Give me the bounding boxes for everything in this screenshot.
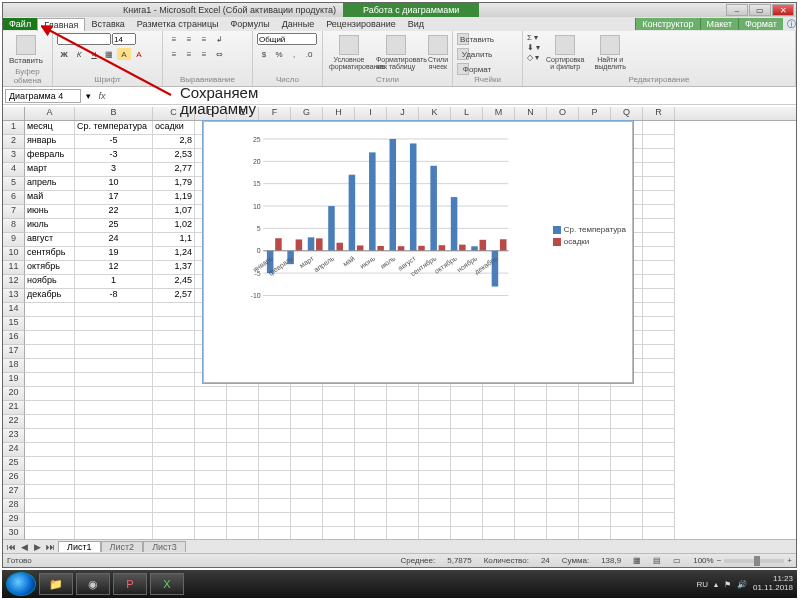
cell[interactable] [227,471,259,485]
cell[interactable] [579,401,611,415]
row-header[interactable]: 29 [3,513,25,527]
row-header[interactable]: 15 [3,317,25,331]
cell[interactable] [515,513,547,527]
cell[interactable] [195,429,227,443]
cell[interactable] [323,429,355,443]
cell[interactable] [387,401,419,415]
cell[interactable] [291,499,323,513]
cell[interactable] [419,513,451,527]
cell[interactable] [227,499,259,513]
cell[interactable] [387,443,419,457]
cell[interactable] [75,513,153,527]
cell[interactable] [153,387,195,401]
cell[interactable] [483,471,515,485]
column-headers[interactable]: ABCDEFGHIJKLMNOPQR [3,107,796,121]
cell[interactable] [323,457,355,471]
sheet-nav-next[interactable]: ▶ [31,542,43,552]
cell[interactable] [419,457,451,471]
cell[interactable] [355,457,387,471]
cell[interactable] [153,429,195,443]
cell[interactable] [291,513,323,527]
cell[interactable]: февраль [25,149,75,163]
align-left-button[interactable]: ≡ [167,48,181,60]
cell[interactable]: 2,45 [153,275,195,289]
align-bot-button[interactable]: ≡ [197,33,211,45]
cell[interactable] [259,499,291,513]
cell[interactable] [75,345,153,359]
tab-view[interactable]: Вид [402,18,430,30]
cell[interactable] [451,415,483,429]
cell[interactable] [153,401,195,415]
cell[interactable] [643,219,675,233]
cell[interactable] [643,317,675,331]
cell[interactable] [451,401,483,415]
sheet-tab-3[interactable]: Лист3 [143,541,186,552]
cell[interactable] [611,387,643,401]
cell[interactable] [611,443,643,457]
cell[interactable] [25,401,75,415]
cell[interactable] [25,513,75,527]
merge-button[interactable]: ⇔ [212,48,226,60]
format-cells-button[interactable]: Формат [470,63,484,75]
border-button[interactable]: ▦ [102,48,116,60]
cell[interactable] [323,443,355,457]
cell[interactable]: 10 [75,177,153,191]
taskbar-powerpoint[interactable]: P [113,573,147,595]
zoom-out-button[interactable]: − [717,556,722,565]
cell[interactable] [291,415,323,429]
cell[interactable] [25,359,75,373]
view-break-button[interactable]: ▭ [673,556,681,565]
cell[interactable] [355,485,387,499]
cell[interactable]: осадки [153,121,195,135]
tab-formulas[interactable]: Формулы [225,18,276,30]
cell[interactable] [643,457,675,471]
cell[interactable] [579,485,611,499]
cell[interactable] [547,499,579,513]
cell[interactable]: 25 [75,219,153,233]
cell[interactable] [419,387,451,401]
cell[interactable] [483,527,515,539]
cell[interactable] [75,471,153,485]
cell[interactable] [547,513,579,527]
row-header[interactable]: 30 [3,527,25,539]
cell[interactable] [419,527,451,539]
cell[interactable] [547,387,579,401]
cell[interactable] [355,527,387,539]
cell[interactable] [515,415,547,429]
row-header[interactable]: 27 [3,485,25,499]
cell[interactable] [355,415,387,429]
tab-file[interactable]: Файл [3,18,37,30]
col-header-R[interactable]: R [643,107,675,120]
cell[interactable] [643,163,675,177]
cell[interactable] [419,485,451,499]
cell[interactable] [611,429,643,443]
cell[interactable] [153,331,195,345]
cell[interactable]: июнь [25,205,75,219]
cell[interactable] [195,387,227,401]
cell[interactable] [643,499,675,513]
cell[interactable]: -8 [75,289,153,303]
col-header-P[interactable]: P [579,107,611,120]
italic-button[interactable]: К [72,48,86,60]
cell[interactable]: август [25,233,75,247]
cell[interactable]: ноябрь [25,275,75,289]
taskbar-explorer[interactable]: 📁 [39,573,73,595]
tab-review[interactable]: Рецензирование [320,18,402,30]
col-header-H[interactable]: H [323,107,355,120]
cell[interactable]: 2,77 [153,163,195,177]
col-header-L[interactable]: L [451,107,483,120]
cell[interactable] [25,331,75,345]
row-header[interactable]: 28 [3,499,25,513]
row-header[interactable]: 26 [3,471,25,485]
cell[interactable] [483,429,515,443]
sort-filter-button[interactable]: Сортировка и фильтр [543,33,587,72]
cell[interactable] [153,317,195,331]
col-header-M[interactable]: M [483,107,515,120]
cell[interactable] [643,149,675,163]
tab-chart-design[interactable]: Конструктор [635,18,699,30]
cell[interactable] [195,443,227,457]
fill-color-button[interactable]: A [117,48,131,60]
cell[interactable] [515,401,547,415]
cell[interactable] [611,485,643,499]
cell[interactable] [291,429,323,443]
